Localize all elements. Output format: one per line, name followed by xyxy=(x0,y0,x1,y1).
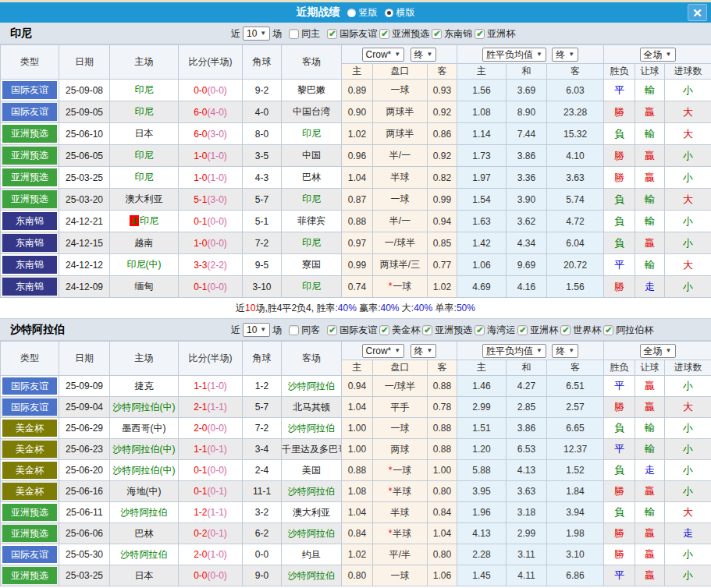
cell-handicap: 一/球半 xyxy=(373,376,428,397)
match-row: 东南锦24-12-09缅甸0-1(0-0)3-10印尼0.74*一球1.024.… xyxy=(1,276,711,298)
chevron-down-icon: ▼ xyxy=(427,345,433,356)
competition-checkbox[interactable] xyxy=(560,325,571,335)
cell-result-handicap: 輸 xyxy=(635,80,665,101)
competition-checkbox[interactable] xyxy=(422,325,432,335)
col-result: 胜负 xyxy=(604,360,635,376)
odds-company-select[interactable]: Crow*▼ xyxy=(362,344,405,358)
competition-badge: 亚洲预选 xyxy=(2,147,57,165)
layout-radio-option[interactable]: 竖版 xyxy=(347,6,378,19)
col-odds-home: 主 xyxy=(342,64,373,80)
radio-icon[interactable] xyxy=(347,9,356,17)
home-team-name: 日本 xyxy=(135,570,154,581)
cell-avg-home-win: 3.95 xyxy=(457,481,507,502)
scope-select[interactable]: 全场▼ xyxy=(640,48,676,62)
scope-select[interactable]: 全场▼ xyxy=(640,344,676,358)
cell-handicap: *一球 xyxy=(373,276,428,298)
competition-checkbox[interactable] xyxy=(379,29,389,39)
cell-avg-draw: 3.86 xyxy=(507,145,547,167)
same-venue-checkbox[interactable] xyxy=(289,29,299,39)
competition-checkbox[interactable] xyxy=(603,325,613,335)
wdl-avg-select[interactable]: 胜平负均值▼ xyxy=(482,48,546,62)
competition-badge: 国际友谊 xyxy=(2,103,57,121)
section-header: 印尼 近10▼场同主国际友谊亚洲预选东南锦亚洲杯 xyxy=(0,23,711,44)
near-label: 近 xyxy=(231,324,240,337)
competition-label: 美金杯 xyxy=(392,324,420,337)
competition-checkbox[interactable] xyxy=(517,325,528,335)
summary-part: 近 xyxy=(236,303,245,313)
summary-part: 赢率: xyxy=(357,303,381,313)
games-label: 场 xyxy=(272,27,282,41)
wdl-header-cell: 胜平负均值▼ 终▼ xyxy=(457,342,604,360)
cell-away-team: 北马其顿 xyxy=(282,397,342,418)
cell-result-handicap: 輸 xyxy=(635,439,665,460)
chevron-down-icon: ▼ xyxy=(536,345,542,356)
away-team-name: 北马其顿 xyxy=(293,402,330,413)
wdl-avg-select[interactable]: 胜平负均值▼ xyxy=(482,344,546,358)
match-row: 国际友谊25-09-09捷克1-1(1-0)1-2沙特阿拉伯0.94一/球半0.… xyxy=(1,376,711,397)
half-time-score: (1-0) xyxy=(208,172,227,183)
match-row: 亚洲预选25-06-06巴林0-2(0-1)6-2沙特阿拉伯0.84*半球1.0… xyxy=(1,523,711,544)
cell-result-goals: 小 xyxy=(665,418,711,439)
competition-badge: 美金杯 xyxy=(2,462,57,479)
cell-result-goals: 小 xyxy=(665,232,711,254)
competition-checkbox[interactable] xyxy=(475,325,485,335)
home-team-name: 海地(中) xyxy=(127,486,162,497)
layout-radio-selected[interactable]: 横版 xyxy=(385,6,415,19)
cell-date: 25-06-16 xyxy=(59,481,110,502)
col-odds-away: 客 xyxy=(428,64,457,80)
cell-home-team: 墨西哥(中) xyxy=(110,418,179,439)
cell-date: 25-09-04 xyxy=(59,397,110,418)
cell-result-goals: 小 xyxy=(665,481,711,502)
cell-result-handicap: 輸 xyxy=(635,418,665,439)
cell-result-goals: 大 xyxy=(665,254,711,276)
same-venue-checkbox[interactable] xyxy=(289,325,299,335)
close-button[interactable]: ✕ xyxy=(688,4,707,21)
match-row: 国际友谊25-05-30沙特阿拉伯2-0(1-0)0-0约旦1.02平/半0.8… xyxy=(1,544,711,565)
competition-checkbox[interactable] xyxy=(475,29,485,39)
same-venue-label: 同主 xyxy=(301,27,320,41)
odds-final-select[interactable]: 终▼ xyxy=(411,344,437,358)
cell-away-team: 澳大利亚 xyxy=(282,502,342,523)
cell-home-team: 越南 xyxy=(110,232,179,254)
competition-checkbox[interactable] xyxy=(327,325,337,335)
match-row: 亚洲预选25-03-25日本0-0(0-0)9-0沙特阿拉伯0.80一球1.06… xyxy=(1,565,711,586)
cell-result-wdl: 勝 xyxy=(604,145,635,167)
match-count-select[interactable]: 10▼ xyxy=(243,323,270,337)
competition-checkbox[interactable] xyxy=(432,29,442,39)
cell-avg-draw: 3.86 xyxy=(507,418,547,439)
handicap-name: 平/半 xyxy=(389,549,411,560)
col-result: 胜负 xyxy=(604,64,635,80)
half-time-score: (0-0) xyxy=(208,238,227,249)
cell-away-odds: 0.86 xyxy=(428,123,457,145)
cell-date: 25-05-30 xyxy=(59,544,110,565)
cell-score: 0-1(0-0) xyxy=(179,276,243,298)
match-count-select[interactable]: 10▼ xyxy=(243,27,270,41)
competition-checkbox[interactable] xyxy=(379,325,389,335)
half-time-score: (1-1) xyxy=(208,402,227,413)
cell-home-team: 缅甸 xyxy=(110,276,179,298)
cell-result-goals: 小 xyxy=(665,211,711,232)
radio-icon[interactable] xyxy=(385,9,393,17)
cell-result-handicap: 走 xyxy=(635,276,665,298)
handicap-name: 平手 xyxy=(391,402,410,413)
cell-away-team: 印尼 xyxy=(282,123,342,145)
col-corner: 角球 xyxy=(243,45,282,80)
cell-away-odds: 0.88 xyxy=(428,418,457,439)
cell-handicap: *半球 xyxy=(373,481,428,502)
competition-checkbox[interactable] xyxy=(327,29,337,39)
cell-result-goals: 大 xyxy=(665,397,711,418)
wdl-final-select[interactable]: 终▼ xyxy=(552,344,578,358)
odds-final-value: 终 xyxy=(414,49,424,60)
cell-avg-home-win: 2.28 xyxy=(457,544,507,565)
cell-home-team: 沙特阿拉伯(中) xyxy=(110,397,179,418)
odds-final-select[interactable]: 终▼ xyxy=(411,48,437,62)
cell-home-team: 印尼 xyxy=(110,145,179,167)
wdl-final-select[interactable]: 终▼ xyxy=(552,48,578,62)
odds-company-select[interactable]: Crow*▼ xyxy=(362,48,405,62)
col-type: 类型 xyxy=(1,45,59,80)
team-name: 印尼 xyxy=(10,27,32,41)
games-label: 场 xyxy=(272,324,282,337)
cell-away-odds: 1.06 xyxy=(428,565,457,586)
away-team-name: 中国台湾 xyxy=(293,106,330,117)
summary-part: 大: xyxy=(400,303,414,313)
